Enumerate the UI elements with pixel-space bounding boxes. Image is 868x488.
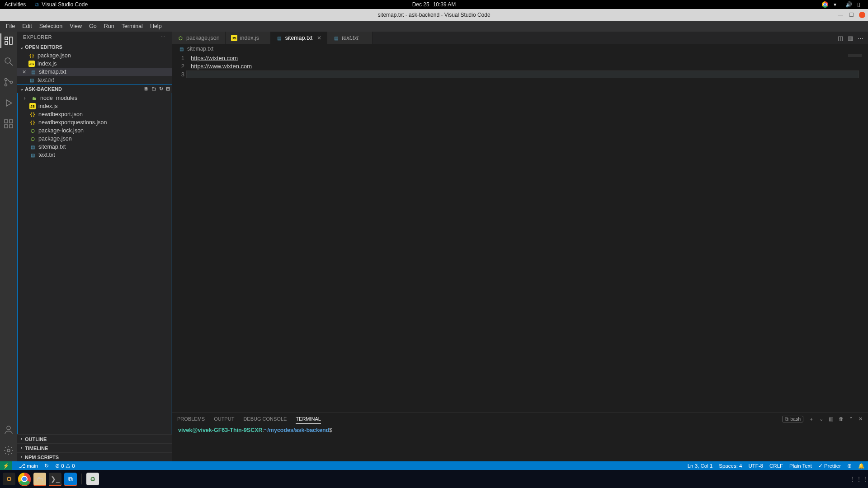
folder-item[interactable]: ›🖿node_modules	[18, 94, 171, 102]
source-control-icon[interactable]	[3, 77, 14, 88]
chrome-tray-icon[interactable]	[822, 1, 828, 8]
new-folder-icon[interactable]: 🗀	[151, 86, 156, 92]
run-debug-icon[interactable]	[3, 98, 14, 108]
project-section[interactable]: ⌄ ASK-BACKEND 🗎 🗀 ↻ ⊟	[17, 84, 172, 93]
dock-system-icon[interactable]	[3, 473, 15, 485]
remote-indicator[interactable]: ⚡	[0, 461, 12, 470]
menu-run[interactable]: Run	[101, 22, 118, 30]
clock-time[interactable]: 10:39 AM	[433, 1, 456, 8]
menu-go[interactable]: Go	[86, 22, 100, 30]
battery-icon[interactable]: ▯	[857, 1, 863, 8]
cursor-position[interactable]: Ln 3, Col 1	[688, 463, 713, 469]
maximize-panel-icon[interactable]: ⌃	[849, 416, 853, 422]
open-editor-item[interactable]: {}package.json	[17, 52, 172, 60]
window-close-button[interactable]	[859, 12, 865, 18]
terminal-body[interactable]: vivek@vivek-GF63-Thin-9SCXR:~/mycodes/as…	[172, 425, 868, 435]
file-item[interactable]: {}newdbexportquestions.json	[18, 118, 171, 127]
volume-icon[interactable]: 🔊	[845, 1, 852, 8]
menu-edit[interactable]: Edit	[19, 22, 35, 30]
indentation[interactable]: Spaces: 4	[719, 463, 742, 469]
file-icon: ▤	[178, 46, 184, 52]
terminal-shell-label[interactable]: ⧉bash	[782, 416, 803, 422]
extensions-icon[interactable]	[3, 118, 14, 129]
dock-vscode-icon[interactable]: ⧉	[64, 473, 77, 485]
close-tab-icon[interactable]: ✕	[317, 35, 321, 41]
accounts-icon[interactable]	[3, 424, 14, 435]
dock-files-icon[interactable]: 🗀	[33, 473, 46, 485]
open-editor-item[interactable]: ✕▤sitemap.txt	[17, 68, 172, 76]
code-line[interactable]: https://wixten.com	[191, 54, 252, 62]
sidebar-more-icon[interactable]: ⋯	[160, 34, 166, 40]
eol[interactable]: CRLF	[769, 463, 783, 469]
terminal-dropdown-icon[interactable]: ⌄	[819, 416, 823, 422]
compare-changes-icon[interactable]: ◫	[838, 35, 843, 42]
menu-terminal[interactable]: Terminal	[118, 22, 146, 30]
feedback-icon[interactable]: ⊕	[847, 463, 852, 469]
window-maximize-button[interactable]: ☐	[848, 12, 854, 18]
window-minimize-button[interactable]: —	[837, 12, 844, 18]
clock-date[interactable]: Dec 25	[412, 1, 429, 8]
file-item[interactable]: ⬡package-lock.json	[18, 127, 171, 135]
new-terminal-icon[interactable]: ＋	[809, 416, 814, 422]
minimap[interactable]	[848, 54, 862, 57]
refresh-icon[interactable]: ↻	[159, 86, 163, 92]
text-editor[interactable]: 123 https://wixten.comhttps://www.wixten…	[172, 53, 868, 413]
close-panel-icon[interactable]: ✕	[859, 416, 863, 422]
dock-separator	[81, 474, 82, 484]
language-mode[interactable]: Plain Text	[789, 463, 812, 469]
explorer-icon[interactable]	[3, 35, 14, 46]
dock-chrome-icon[interactable]	[18, 473, 31, 485]
file-item[interactable]: {}newdbexport.json	[18, 110, 171, 118]
panel-tab-problems[interactable]: PROBLEMS	[177, 414, 205, 423]
sync-icon[interactable]: ↻	[44, 463, 49, 469]
editor-tab[interactable]: ▤sitemap.txt✕	[271, 32, 327, 44]
outline-section[interactable]: ›OUTLINE	[17, 434, 172, 443]
menu-help[interactable]: Help	[147, 22, 165, 30]
file-item[interactable]: JSindex.js	[18, 102, 171, 110]
dock-terminal-icon[interactable]: ❯_	[49, 473, 61, 485]
menu-view[interactable]: View	[66, 22, 85, 30]
editor-tab[interactable]: JSindex.js	[226, 32, 271, 44]
file-item[interactable]: ▤text.txt	[18, 151, 171, 159]
open-editors-section[interactable]: ⌄ OPEN EDITORS	[17, 42, 172, 52]
open-editor-item[interactable]: JSindex.js	[17, 60, 172, 68]
breadcrumb[interactable]: ▤ sitemap.txt	[172, 44, 868, 53]
settings-gear-icon[interactable]	[3, 445, 14, 456]
git-branch[interactable]: ⎇ main	[19, 463, 38, 469]
problems-count[interactable]: ⊘ 0 ⚠ 0	[55, 463, 75, 469]
npm-scripts-section[interactable]: ›NPM SCRIPTS	[17, 452, 172, 461]
text-file-icon: ▤	[29, 152, 36, 158]
terminal-prompt-user: vivek@vivek-GF63-Thin-9SCXR	[178, 427, 263, 433]
split-terminal-icon[interactable]: ▥	[829, 416, 833, 422]
new-file-icon[interactable]: 🗎	[144, 86, 149, 92]
file-item[interactable]: ▤sitemap.txt	[18, 143, 171, 151]
open-editor-item[interactable]: ▤text.txt	[17, 76, 172, 84]
split-editor-icon[interactable]: ▥	[848, 35, 853, 42]
notifications-icon[interactable]: 🔔	[858, 463, 864, 469]
collapse-icon[interactable]: ⊟	[166, 86, 170, 92]
panel-tab-output[interactable]: OUTPUT	[214, 414, 234, 423]
editor-tab[interactable]: ▤text.txt	[327, 32, 373, 44]
file-item[interactable]: ⬡package.json	[18, 135, 171, 143]
menu-selection[interactable]: Selection	[36, 22, 66, 30]
editor-tab[interactable]: ⬡package.json	[172, 32, 226, 44]
menu-file[interactable]: File	[3, 22, 18, 30]
panel-tab-debug-console[interactable]: DEBUG CONSOLE	[243, 414, 287, 423]
network-icon[interactable]: ▾	[834, 1, 840, 8]
terminal-prompt-path: ~/mycodes/ask-backend	[264, 427, 329, 433]
chevron-right-icon: ›	[19, 455, 25, 460]
timeline-section[interactable]: ›TIMELINE	[17, 443, 172, 452]
encoding[interactable]: UTF-8	[748, 463, 763, 469]
code-line[interactable]: https://www.wixten.com	[191, 62, 252, 70]
dock-apps-grid-icon[interactable]: ⋮⋮⋮	[853, 473, 865, 485]
kill-terminal-icon[interactable]: 🗑	[839, 416, 844, 422]
panel-tab-terminal[interactable]: TERMINAL	[296, 414, 321, 424]
activities-menu[interactable]: Activities	[5, 1, 26, 8]
close-editor-icon[interactable]: ✕	[22, 69, 26, 75]
search-icon[interactable]	[3, 56, 14, 67]
more-actions-icon[interactable]: ⋯	[858, 35, 863, 42]
prettier-status[interactable]: ✓ Prettier	[818, 463, 841, 469]
app-indicator[interactable]: ⧉ Visual Studio Code	[35, 1, 88, 8]
dock-trash-icon[interactable]: ♻	[86, 473, 99, 485]
vscode-icon: ⧉	[35, 1, 39, 8]
